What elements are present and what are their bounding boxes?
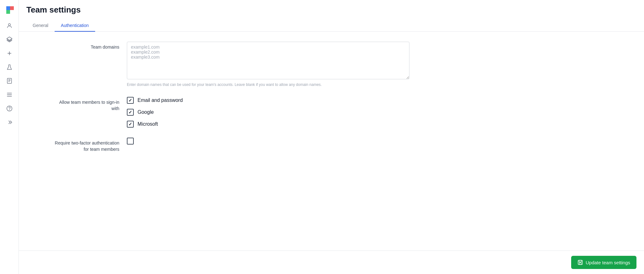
svg-rect-4: [7, 78, 11, 84]
google-label: Google: [138, 109, 154, 115]
update-settings-button[interactable]: Update team settings: [571, 256, 636, 269]
email-password-label: Email and password: [138, 97, 183, 103]
save-icon: [577, 260, 583, 265]
tab-general[interactable]: General: [26, 20, 55, 32]
signin-options: Email and password Google Microsoft: [127, 97, 409, 128]
email-password-checkbox[interactable]: [127, 97, 134, 104]
svg-rect-15: [579, 263, 581, 265]
twofa-checkbox[interactable]: [127, 138, 134, 145]
page-footer: Update team settings: [19, 250, 644, 274]
team-domains-field: Enter domain names that can be used for …: [127, 42, 409, 87]
team-domains-label: Team domains: [26, 42, 127, 50]
signin-label: Allow team members to sign-in with: [26, 97, 127, 112]
signin-checkbox-group: Email and password Google Microsoft: [127, 97, 409, 128]
app-logo[interactable]: [4, 4, 15, 15]
twofa-field: [127, 138, 409, 145]
google-option[interactable]: Google: [127, 109, 409, 116]
svg-point-11: [7, 106, 12, 111]
email-password-option[interactable]: Email and password: [127, 97, 409, 104]
main-content: Team settings General Authentication Tea…: [19, 0, 644, 274]
document-icon[interactable]: [4, 75, 15, 87]
help-icon[interactable]: [4, 103, 15, 114]
tab-bar: General Authentication: [26, 20, 636, 31]
menu-icon[interactable]: [4, 89, 15, 100]
page-title: Team settings: [26, 5, 636, 15]
flask-icon[interactable]: [4, 61, 15, 73]
microsoft-label: Microsoft: [138, 121, 158, 127]
twofa-option[interactable]: [127, 138, 409, 145]
svg-point-12: [9, 110, 9, 110]
layers-icon[interactable]: [4, 34, 15, 45]
update-button-label: Update team settings: [586, 260, 630, 265]
signin-row: Allow team members to sign-in with Email…: [19, 97, 644, 128]
google-checkbox[interactable]: [127, 109, 134, 116]
svg-point-0: [8, 24, 10, 26]
tab-authentication[interactable]: Authentication: [55, 20, 95, 32]
team-domains-row: Team domains Enter domain names that can…: [19, 42, 644, 87]
content-area: Team domains Enter domain names that can…: [19, 32, 644, 250]
svg-rect-14: [579, 260, 582, 262]
microsoft-checkbox[interactable]: [127, 121, 134, 128]
plus-icon[interactable]: [4, 48, 15, 59]
microsoft-option[interactable]: Microsoft: [127, 121, 409, 128]
twofa-label: Require two-factor authentication for te…: [26, 138, 127, 152]
sidebar: [0, 0, 19, 274]
team-domains-help: Enter domain names that can be used for …: [127, 82, 409, 87]
chevron-right-icon[interactable]: [4, 117, 15, 128]
page-header: Team settings General Authentication: [19, 0, 644, 32]
team-domains-input[interactable]: [127, 42, 409, 79]
twofa-row: Require two-factor authentication for te…: [19, 138, 644, 152]
person-icon[interactable]: [4, 20, 15, 31]
